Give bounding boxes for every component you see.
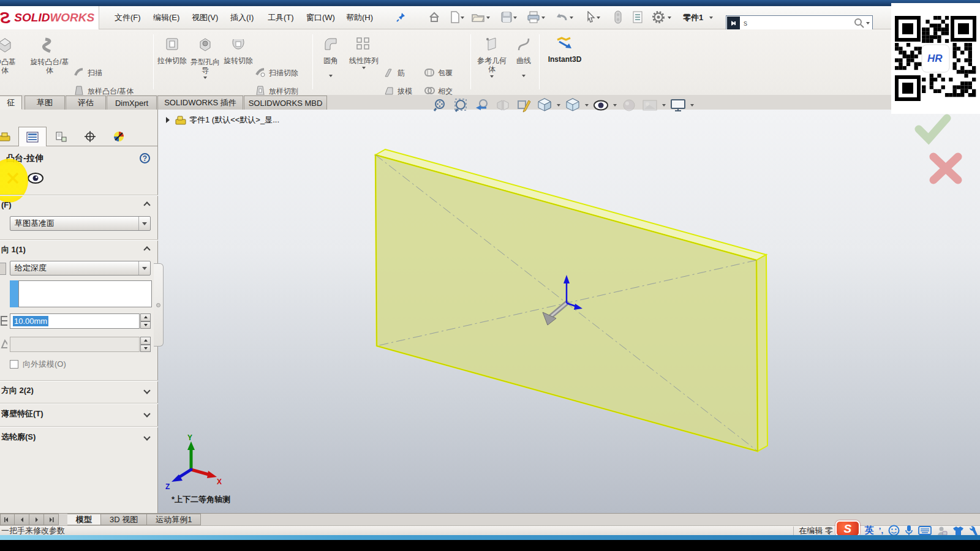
group-thin-feature-header[interactable]: 薄壁特征(T)	[1, 408, 157, 419]
help-button[interactable]: ?	[140, 153, 150, 163]
select-dropdown-icon[interactable]	[597, 17, 600, 19]
home-button[interactable]	[425, 8, 443, 26]
fillet-button[interactable]: 圆角	[316, 32, 345, 92]
reference-geometry-button[interactable]: 参考几何体	[474, 32, 510, 92]
tab-configurationmanager[interactable]	[47, 127, 75, 146]
menu-edit[interactable]: 编辑(E)	[148, 6, 185, 29]
document-menu-dropdown-icon[interactable]	[709, 17, 713, 19]
curves-button[interactable]: 曲线	[511, 32, 537, 92]
group-direction2-header[interactable]: 方向 2(2)	[1, 385, 157, 396]
new-document-dropdown-icon[interactable]	[461, 17, 464, 19]
hole-wizard-button[interactable]: 异型孔向导	[189, 32, 222, 92]
search-icon[interactable]	[854, 18, 865, 29]
tab-dimxpertmanager[interactable]	[76, 127, 104, 146]
draft-outward-checkbox[interactable]	[10, 360, 18, 369]
display-style-dropdown-icon[interactable]	[585, 104, 589, 107]
ime-toolbox-icon[interactable]	[969, 525, 979, 536]
tab-motion-study[interactable]: 运动算例1	[147, 514, 201, 525]
tab-sketch[interactable]: 草图	[24, 96, 65, 110]
fillet-dropdown-icon[interactable]	[329, 75, 333, 77]
group-from-header[interactable]: (F)	[1, 200, 157, 209]
sogou-logo-icon[interactable]: S	[835, 520, 860, 537]
menu-window[interactable]: 窗口(W)	[301, 6, 341, 29]
undo-dropdown-icon[interactable]	[570, 17, 573, 19]
zoom-to-fit-icon[interactable]	[432, 97, 449, 114]
instant3d-button[interactable]: Instant3D	[543, 32, 587, 92]
options-gear-button[interactable]	[649, 8, 668, 26]
tab-solidworks-mbd[interactable]: SOLIDWORKS MBD	[244, 96, 327, 110]
tab-displaymanager[interactable]	[105, 127, 133, 146]
expand-icon[interactable]	[143, 387, 150, 394]
tab-dimxpert[interactable]: DimXpert	[107, 96, 157, 110]
search-flyout-icon[interactable]	[727, 17, 740, 29]
file-properties-button[interactable]	[628, 8, 647, 26]
curves-dropdown-icon[interactable]	[522, 75, 526, 77]
search-dropdown-icon[interactable]	[866, 22, 870, 24]
view-orientation-dropdown-icon[interactable]	[557, 104, 560, 107]
reference-geometry-dropdown-icon[interactable]	[490, 75, 494, 78]
zoom-to-area-icon[interactable]	[453, 97, 470, 114]
linear-pattern-dropdown-icon[interactable]	[362, 67, 366, 69]
reverse-direction-button[interactable]	[0, 263, 6, 275]
tab-featuremanager[interactable]	[0, 127, 18, 146]
ime-skin-icon[interactable]	[952, 525, 964, 536]
first-tab-button[interactable]	[0, 514, 15, 525]
preview-eye-button[interactable]	[27, 172, 44, 184]
rebuild-button[interactable]	[609, 8, 627, 26]
options-dropdown-icon[interactable]	[668, 17, 671, 19]
menu-insert[interactable]: 插入(I)	[225, 6, 259, 29]
print-dropdown-icon[interactable]	[541, 17, 545, 19]
view-orientation-icon[interactable]	[536, 97, 553, 114]
draft-outward-row[interactable]: 向外拔模(O)	[10, 359, 66, 370]
panel-splitter-handle[interactable]	[154, 263, 164, 347]
draft-increment-button[interactable]	[140, 337, 151, 345]
extruded-boss-button[interactable]: 伸凸基体	[0, 32, 23, 92]
feature-tree-flyout[interactable]: 零件1 (默认<<默认>_显...	[164, 114, 279, 126]
ime-user-icon[interactable]	[937, 525, 948, 536]
confirm-ok-icon[interactable]	[919, 118, 947, 139]
open-dropdown-icon[interactable]	[486, 17, 490, 19]
wrap-button[interactable]: 包覆	[424, 64, 467, 82]
view-settings-icon[interactable]	[669, 97, 687, 114]
next-tab-button[interactable]	[29, 514, 44, 525]
revolved-cut-button[interactable]: 旋转切除	[223, 32, 254, 92]
sketch-settings-icon[interactable]	[515, 97, 532, 114]
collapse-icon[interactable]	[143, 201, 150, 208]
ime-keyboard-icon[interactable]	[918, 526, 932, 535]
print-button[interactable]	[524, 8, 543, 26]
open-button[interactable]	[469, 8, 488, 26]
collapse-icon[interactable]	[143, 246, 150, 253]
depth-decrement-button[interactable]	[140, 321, 151, 329]
confirm-cancel-icon[interactable]	[933, 157, 958, 180]
previous-tab-button[interactable]	[15, 514, 29, 525]
expand-icon[interactable]	[143, 410, 150, 417]
linear-pattern-button[interactable]: 线性阵列	[347, 32, 381, 92]
depth-input[interactable]: 10.00mm	[10, 313, 140, 329]
pin-menu-icon[interactable]	[392, 8, 410, 26]
section-view-icon[interactable]	[494, 97, 511, 114]
depth-increment-button[interactable]	[140, 313, 151, 321]
menu-view[interactable]: 视图(V)	[186, 6, 224, 29]
graphics-viewport[interactable]: Y X Z 零件1 (默认<<默认>_显... *上下二等角轴测	[158, 110, 980, 513]
tab-evaluate[interactable]: 评估	[66, 96, 106, 110]
rib-button[interactable]: 筋	[383, 64, 423, 82]
expand-icon[interactable]	[143, 433, 150, 440]
previous-view-icon[interactable]	[473, 97, 491, 114]
tab-propertymanager[interactable]	[18, 127, 47, 146]
edit-appearance-icon[interactable]	[620, 97, 638, 114]
swept-boss-button[interactable]: 扫描	[74, 64, 152, 82]
group-direction1-header[interactable]: 向 1(1)	[1, 244, 157, 255]
direction-selection-box[interactable]	[10, 280, 152, 307]
tab-model[interactable]: 模型	[67, 514, 101, 525]
document-menu[interactable]: 零件1	[677, 6, 709, 29]
hide-show-items-icon[interactable]	[592, 97, 609, 114]
last-tab-button[interactable]	[44, 514, 59, 525]
start-condition-dropdown[interactable]: 草图基准面	[10, 216, 151, 231]
group-selected-contours-header[interactable]: 选轮廓(S)	[1, 432, 157, 443]
search-box[interactable]: s	[726, 15, 873, 31]
depth-spinner[interactable]: 10.00mm	[10, 313, 151, 329]
hide-show-dropdown-icon[interactable]	[613, 104, 617, 107]
menu-tools[interactable]: 工具(T)	[262, 6, 300, 29]
tab-solidworks-addins[interactable]: SOLIDWORKS 插件	[157, 96, 243, 110]
tab-features[interactable]: 征	[0, 96, 22, 110]
